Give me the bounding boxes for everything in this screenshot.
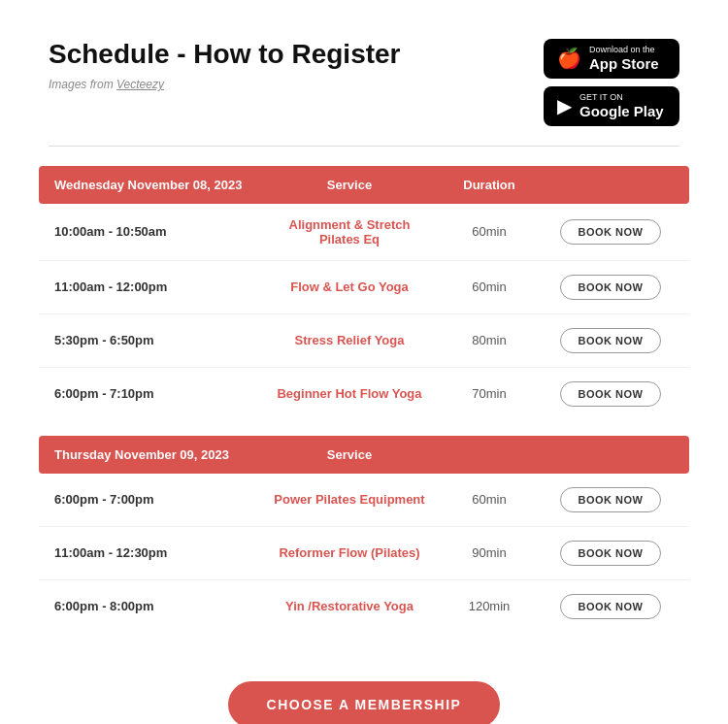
book-now-button[interactable]: BOOK NOW [560,219,662,245]
class-duration: 60min [431,280,547,294]
day-header-thursday: Thursday November 09, 2023 Service [39,436,689,474]
attribution-link[interactable]: Vecteezy [116,78,164,91]
class-duration: 90min [431,545,547,560]
choose-membership-button[interactable]: CHOOSE A MEMBERSHIP [228,681,501,724]
book-cell: BOOK NOW [547,219,674,245]
class-duration: 60min [431,224,547,239]
appstore-badge[interactable]: 🍎 Download on the App Store [544,39,679,79]
table-row: 10:00am - 10:50am Alignment & Stretch Pi… [39,204,689,261]
table-row: 11:00am - 12:30pm Reformer Flow (Pilates… [39,527,689,580]
table-row: 6:00pm - 8:00pm Yin /Restorative Yoga 12… [39,580,689,633]
book-now-button[interactable]: BOOK NOW [560,381,662,407]
class-service: Flow & Let Go Yoga [268,280,431,294]
googleplay-text: GET IT ON Google Play [579,92,664,120]
wednesday-classes: 10:00am - 10:50am Alignment & Stretch Pi… [39,204,689,420]
play-icon: ▶ [557,94,572,117]
class-service: Stress Relief Yoga [268,333,431,347]
cta-container: CHOOSE A MEMBERSHIP [0,662,728,724]
book-cell: BOOK NOW [547,594,674,619]
book-now-button[interactable]: BOOK NOW [560,487,662,512]
class-service: Power Pilates Equipment [268,492,431,507]
book-now-button[interactable]: BOOK NOW [560,594,662,619]
page-header: Schedule - How to Register Images from V… [0,0,728,146]
class-time: 5:30pm - 6:50pm [54,333,268,347]
apple-icon: 🍎 [557,47,581,70]
day-title-wednesday: Wednesday November 08, 2023 [54,178,268,192]
table-row: 11:00am - 12:00pm Flow & Let Go Yoga 60m… [39,261,689,314]
class-time: 6:00pm - 8:00pm [54,599,268,613]
header-right: 🍎 Download on the App Store ▶ GET IT ON … [544,39,679,126]
class-service: Beginner Hot Flow Yoga [268,386,431,401]
book-cell: BOOK NOW [547,275,674,300]
day-title-thursday: Thursday November 09, 2023 [54,447,268,462]
class-service: Reformer Flow (Pilates) [268,545,431,560]
col-service-label-wed: Service [268,178,431,192]
googleplay-badge[interactable]: ▶ GET IT ON Google Play [544,86,679,126]
appstore-text: Download on the App Store [589,45,659,73]
class-time: 10:00am - 10:50am [54,224,268,239]
col-duration-label-wed: Duration [431,178,547,192]
col-duration-label-thu [431,447,547,462]
schedule-container: Wednesday November 08, 2023 Service Dura… [0,147,728,662]
attribution: Images from Vecteezy [49,78,401,91]
table-row: 6:00pm - 7:00pm Power Pilates Equipment … [39,474,689,527]
col-service-label-thu: Service [268,447,431,462]
class-time: 6:00pm - 7:00pm [54,492,268,507]
class-service: Alignment & Stretch Pilates Eq [268,217,431,247]
book-now-button[interactable]: BOOK NOW [560,275,662,300]
book-cell: BOOK NOW [547,328,674,353]
section-gap [39,420,689,436]
class-duration: 120min [431,599,547,613]
class-time: 11:00am - 12:30pm [54,545,268,560]
class-time: 11:00am - 12:00pm [54,280,268,294]
class-duration: 70min [431,386,547,401]
page-title: Schedule - How to Register [49,39,401,70]
header-left: Schedule - How to Register Images from V… [49,39,401,91]
book-now-button[interactable]: BOOK NOW [560,328,662,353]
class-duration: 80min [431,333,547,347]
table-row: 5:30pm - 6:50pm Stress Relief Yoga 80min… [39,314,689,368]
class-time: 6:00pm - 7:10pm [54,386,268,401]
class-duration: 60min [431,492,547,507]
day-header-wednesday: Wednesday November 08, 2023 Service Dura… [39,166,689,204]
book-cell: BOOK NOW [547,381,674,407]
book-cell: BOOK NOW [547,541,674,566]
class-service: Yin /Restorative Yoga [268,599,431,613]
book-now-button[interactable]: BOOK NOW [560,541,662,566]
book-cell: BOOK NOW [547,487,674,512]
thursday-classes: 6:00pm - 7:00pm Power Pilates Equipment … [39,474,689,633]
table-row: 6:00pm - 7:10pm Beginner Hot Flow Yoga 7… [39,368,689,420]
